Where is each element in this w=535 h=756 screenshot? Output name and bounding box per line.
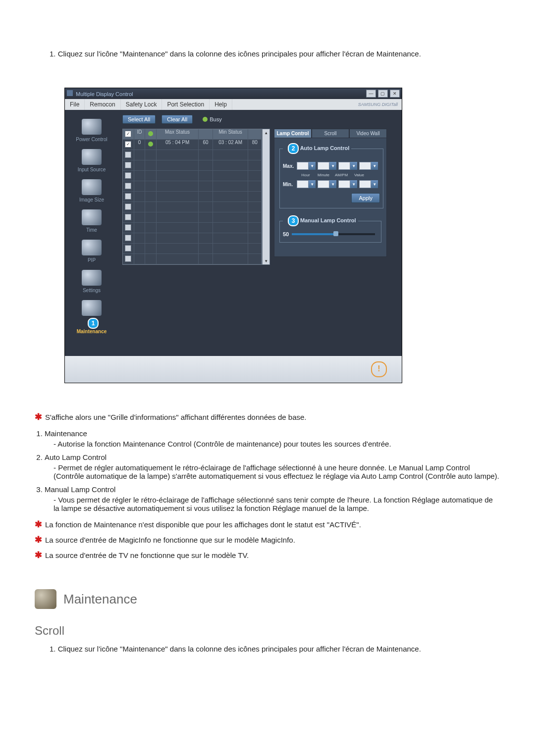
max-value-input[interactable]: 50: [359, 162, 371, 170]
busy-dot-icon: [203, 117, 208, 122]
chevron-down-icon[interactable]: ▾: [309, 162, 316, 170]
row-checkbox[interactable]: [125, 193, 131, 200]
chevron-down-icon[interactable]: ▾: [371, 180, 378, 188]
sidebar-item-image-size[interactable]: Image Size: [65, 179, 118, 202]
min-value-input[interactable]: 50: [359, 180, 371, 188]
row-checkbox[interactable]: [125, 235, 131, 241]
scroll-intro: 1. Cliquez sur l'icône "Maintenance" dan…: [50, 645, 500, 653]
max-label: Max.: [283, 163, 297, 169]
status-bar: !: [65, 356, 402, 383]
max-hour-input[interactable]: 1: [297, 162, 309, 170]
tab-video-wall[interactable]: Video Wall: [349, 129, 387, 138]
item-maintenance-title: Maintenance: [45, 429, 87, 438]
menu-remocon[interactable]: Remocon: [85, 99, 120, 110]
row-checkbox[interactable]: [125, 224, 131, 231]
chevron-down-icon[interactable]: ▾: [329, 162, 336, 170]
slider-thumb[interactable]: [333, 231, 338, 236]
window-buttons[interactable]: — ▢ ✕: [366, 90, 400, 98]
description-list: Maintenance - Autorise la fonction Maint…: [35, 429, 500, 512]
min-minute-input[interactable]: 00: [318, 180, 329, 188]
brand-label: SAMSUNG DIGITall: [358, 102, 402, 107]
row-checkbox[interactable]: [125, 214, 131, 220]
sidebar-item-settings[interactable]: Settings: [65, 270, 118, 293]
menu-safety-lock[interactable]: Safety Lock: [121, 99, 162, 110]
menu-help[interactable]: Help: [210, 99, 232, 110]
sidebar-item-input-source[interactable]: Input Source: [65, 149, 118, 172]
callout-2: 2: [288, 143, 299, 154]
lamp-slider[interactable]: [292, 233, 375, 235]
auto-lamp-fieldset: 2 Auto Lamp Control Max. 1▾ 00▾ AM▾ 50▾ …: [279, 143, 383, 208]
tab-lamp-control[interactable]: Lamp Control: [274, 129, 312, 138]
chevron-down-icon[interactable]: ▾: [350, 162, 357, 170]
chevron-down-icon[interactable]: ▾: [309, 180, 316, 188]
value-sublabel: Value: [350, 173, 368, 177]
row-checkbox[interactable]: [125, 172, 131, 179]
row-checkbox[interactable]: [125, 255, 131, 262]
star-icon: ✱: [35, 520, 42, 528]
clock-icon: [82, 209, 102, 225]
max-ampm-input[interactable]: AM: [338, 162, 350, 170]
menu-port-selection[interactable]: Port Selection: [162, 99, 210, 110]
row-checkbox[interactable]: [125, 141, 131, 148]
scroll-up-icon[interactable]: ▴: [263, 129, 269, 136]
min-label: Min.: [283, 182, 297, 187]
section-maintenance: Maintenance: [35, 589, 500, 609]
hour-sublabel: Hour: [297, 173, 315, 177]
row-checkbox[interactable]: [125, 183, 131, 189]
minimize-icon[interactable]: —: [366, 90, 376, 98]
select-all-button[interactable]: Select All: [122, 115, 156, 124]
menu-file[interactable]: File: [65, 99, 85, 110]
pip-icon: [82, 240, 102, 255]
minute-sublabel: Minute: [315, 173, 332, 177]
sidebar-item-pip[interactable]: PIP: [65, 240, 118, 263]
note-active-only: ✱La fonction de Maintenance n'est dispon…: [35, 520, 500, 529]
titlebar: Multiple Display Control — ▢ ✕: [65, 88, 402, 99]
item-manual-lamp-title: Manual Lamp Control: [45, 485, 115, 494]
clear-all-button[interactable]: Clear All: [161, 115, 193, 124]
sidebar-item-power-control[interactable]: Power Control: [65, 119, 118, 142]
app-window: Multiple Display Control — ▢ ✕ File Remo…: [64, 88, 402, 383]
row-checkbox[interactable]: [125, 162, 131, 168]
status-header-icon: [148, 131, 153, 136]
note-grid-info: ✱S'affiche alors une "Grille d'informati…: [35, 413, 500, 421]
min-ampm-input[interactable]: AM: [338, 180, 350, 188]
scroll-down-icon[interactable]: ▾: [263, 257, 269, 264]
tab-scroll[interactable]: Scroll: [312, 129, 349, 138]
note-tv: ✱La source d'entrée de TV ne fonctionne …: [35, 551, 500, 559]
item-auto-lamp-desc: - Permet de régler automatiquement le ré…: [54, 463, 500, 480]
sidebar-item-time[interactable]: Time: [65, 209, 118, 233]
maintenance-icon: [82, 300, 102, 316]
callout-3: 3: [288, 215, 299, 226]
slider-value: 50: [283, 231, 289, 237]
grid-scrollbar[interactable]: ▴ ▾: [262, 129, 270, 265]
max-minute-input[interactable]: 00: [318, 162, 329, 170]
col-max: Max Status: [157, 129, 199, 139]
chevron-down-icon[interactable]: ▾: [350, 180, 357, 188]
star-icon: ✱: [35, 536, 42, 544]
chevron-down-icon[interactable]: ▾: [371, 162, 378, 170]
info-grid: ID Max Status Min Status 0: [122, 129, 262, 265]
close-icon[interactable]: ✕: [390, 90, 400, 98]
row-checkbox[interactable]: [125, 151, 131, 158]
callout-1: 1: [88, 318, 99, 329]
gear-icon: [82, 270, 102, 286]
row-checkbox[interactable]: [125, 245, 131, 252]
item-auto-lamp-title: Auto Lamp Control: [45, 453, 107, 461]
status-on-icon: [148, 142, 153, 147]
table-row[interactable]: 0 05 : 04 PM 60 03 : 02 AM 80: [123, 140, 262, 150]
star-icon: ✱: [35, 551, 42, 559]
image-size-icon: [82, 179, 102, 195]
min-hour-input[interactable]: 1: [297, 180, 309, 188]
note-magicinfo: ✱La source d'entrée de MagicInfo ne fonc…: [35, 536, 500, 544]
input-icon: [82, 149, 102, 165]
power-icon: [82, 119, 102, 135]
row-checkbox[interactable]: [125, 203, 131, 210]
window-title: Multiple Display Control: [76, 91, 133, 97]
apply-button[interactable]: Apply: [351, 193, 380, 203]
header-checkbox[interactable]: [125, 131, 131, 137]
section-icon: [35, 589, 56, 609]
maximize-icon[interactable]: ▢: [378, 90, 388, 98]
chevron-down-icon[interactable]: ▾: [329, 180, 336, 188]
sidebar-item-maintenance[interactable]: 1 Maintenance: [65, 300, 118, 334]
star-icon: ✱: [35, 413, 42, 421]
